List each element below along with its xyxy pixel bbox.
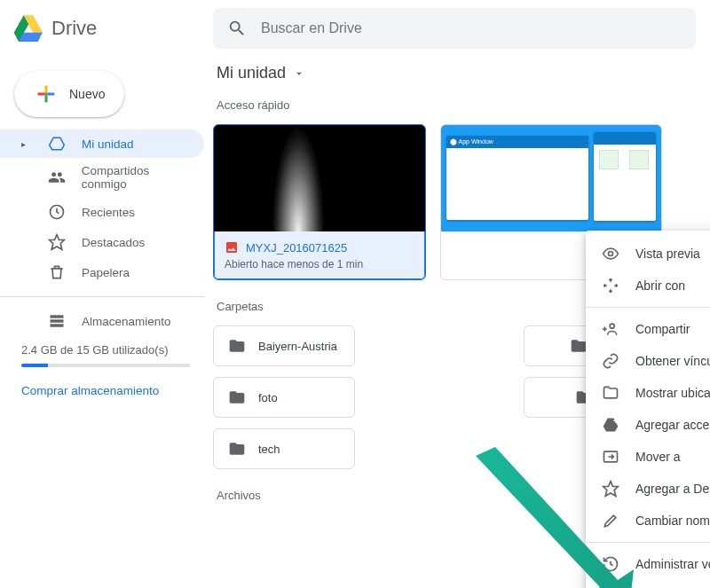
svg-marker-20 — [604, 482, 619, 497]
star-outline-icon — [602, 480, 619, 498]
image-file-icon — [225, 240, 239, 255]
ctx-get-link[interactable]: Obtener vínculo para compartir — [586, 345, 710, 377]
divider — [586, 542, 710, 543]
sidebar-item-label: Almacenamiento — [82, 315, 171, 328]
app-name: Drive — [51, 17, 97, 40]
link-icon — [602, 352, 619, 370]
svg-rect-4 — [44, 86, 47, 93]
svg-text:+: + — [613, 416, 619, 426]
ctx-versions[interactable]: Administrar versiones — [586, 548, 710, 580]
add-person-icon — [602, 320, 619, 338]
context-menu: Vista previa Abrir con › Compartir Obten… — [586, 231, 710, 588]
folder-item[interactable]: tech — [213, 428, 355, 469]
ctx-share[interactable]: Compartir — [586, 313, 710, 345]
drive-logo-icon — [14, 14, 43, 43]
breadcrumb-title: Mi unidad — [217, 64, 286, 82]
storage-usage-text: 2.4 GB de 15 GB utilizado(s) — [21, 343, 190, 357]
svg-rect-13 — [51, 319, 64, 322]
sidebar-item-label: Destacados — [82, 236, 145, 249]
drive-shortcut-icon: + — [602, 416, 619, 434]
folder-outline-icon — [602, 384, 619, 402]
people-icon — [48, 169, 66, 186]
new-button[interactable]: Nuevo — [14, 71, 124, 117]
folder-item[interactable]: Baiyern-Austria — [213, 325, 355, 366]
clock-icon — [48, 203, 66, 221]
eye-icon — [602, 245, 619, 263]
folder-name: Baiyern-Austria — [258, 340, 337, 353]
search-icon — [227, 19, 247, 38]
sidebar-item-my-drive[interactable]: ▸ Mi unidad — [0, 129, 204, 158]
quick-access-label: Acceso rápido — [217, 98, 699, 112]
sidebar-item-trash[interactable]: Papelera — [0, 257, 204, 287]
sidebar-item-label: Recientes — [82, 206, 135, 219]
trash-icon — [48, 263, 66, 281]
folder-item[interactable]: foto — [213, 377, 355, 418]
ctx-copy[interactable]: Crear una copia — [586, 580, 710, 588]
sidebar-item-label: Papelera — [82, 266, 130, 279]
chevron-down-icon — [293, 67, 305, 80]
svg-rect-14 — [51, 324, 64, 326]
card-thumbnail: ⬤ App Window — [441, 125, 661, 231]
ctx-show-location[interactable]: Mostrar ubicación del archivo — [586, 377, 710, 409]
divider — [586, 307, 710, 308]
svg-rect-6 — [38, 92, 45, 95]
folder-name: tech — [258, 443, 280, 456]
plus-icon — [34, 82, 59, 106]
sidebar-item-storage[interactable]: Almacenamiento — [0, 306, 204, 336]
folder-name: foto — [258, 391, 278, 404]
ctx-preview[interactable]: Vista previa — [586, 238, 710, 270]
breadcrumb[interactable]: Mi unidad — [213, 57, 703, 93]
ctx-rename[interactable]: Cambiar nombre — [586, 505, 710, 537]
search-input[interactable] — [261, 20, 682, 36]
svg-point-16 — [610, 324, 614, 328]
history-icon — [602, 555, 619, 573]
pencil-icon — [602, 512, 619, 529]
ctx-add-shortcut[interactable]: + Agregar acceso directo a Drive ? — [586, 409, 710, 441]
open-with-icon — [602, 277, 619, 294]
sidebar-item-label: Compartidos conmigo — [82, 164, 195, 191]
sidebar-item-recent[interactable]: Recientes — [0, 197, 204, 227]
ctx-open-with[interactable]: Abrir con › — [586, 270, 710, 302]
svg-rect-12 — [51, 315, 64, 318]
svg-marker-11 — [50, 235, 65, 250]
card-subtitle: Abierto hace menos de 1 min — [225, 258, 414, 270]
svg-rect-5 — [44, 96, 47, 103]
svg-point-15 — [609, 252, 613, 256]
buy-storage-link[interactable]: Comprar almacenamiento — [21, 383, 190, 400]
ctx-move-to[interactable]: Mover a — [586, 441, 710, 473]
folder-icon — [228, 440, 246, 458]
move-icon — [602, 448, 619, 466]
app-logo[interactable]: Drive — [14, 14, 213, 43]
storage-icon — [48, 312, 66, 330]
folder-icon — [228, 388, 246, 406]
sidebar-item-starred[interactable]: Destacados — [0, 227, 204, 257]
sidebar-item-shared[interactable]: Compartidos conmigo — [0, 158, 204, 197]
my-drive-icon — [48, 136, 66, 152]
svg-marker-9 — [50, 137, 65, 150]
search-bar[interactable] — [213, 8, 696, 49]
star-icon — [48, 233, 66, 251]
svg-rect-8 — [44, 92, 47, 95]
card-thumbnail — [214, 125, 425, 231]
storage-bar — [21, 364, 190, 367]
ctx-add-star[interactable]: Agregar a Destacados — [586, 473, 710, 505]
card-title-text: MYXJ_2016071625 — [246, 241, 347, 255]
new-button-label: Nuevo — [69, 87, 105, 101]
expand-icon[interactable]: ▸ — [21, 139, 32, 149]
divider — [0, 296, 204, 297]
folder-icon — [228, 337, 246, 355]
quick-card-selected[interactable]: MYXJ_2016071625 Abierto hace menos de 1 … — [213, 124, 426, 280]
sidebar-item-label: Mi unidad — [82, 137, 134, 151]
svg-rect-7 — [48, 92, 55, 95]
